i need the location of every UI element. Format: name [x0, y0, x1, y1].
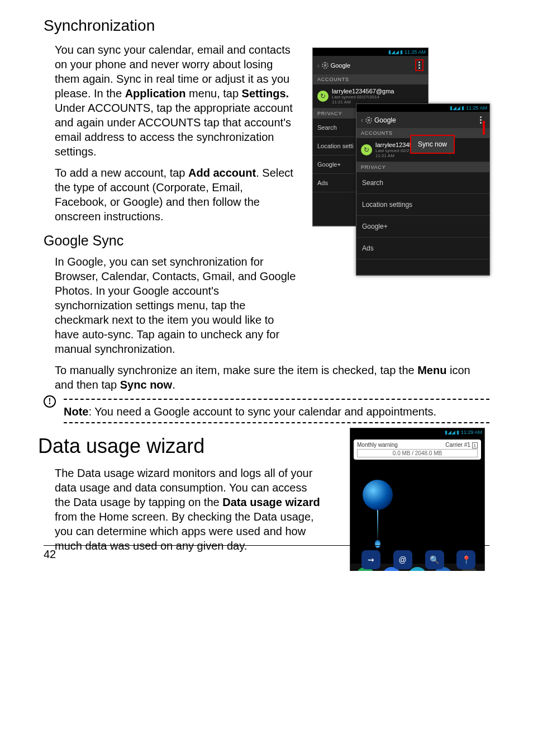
sphere-graphic [363, 480, 393, 510]
account-email: larrylee1234567@gma [332, 88, 394, 94]
back-icon[interactable]: ‹ [361, 116, 363, 124]
gear-icon [322, 62, 329, 69]
privacy-section-header: PRIVACY [356, 162, 489, 172]
overflow-menu-button[interactable] [415, 59, 423, 71]
note-block: ! Note: You need a Google account to syn… [44, 399, 489, 423]
sync-status-icon: ↻ [361, 144, 372, 155]
gsync-paragraph-1: In Google, you can set synchronization f… [55, 254, 298, 356]
status-bar: ▮◢◢ ▮ 11:25 AM [313, 48, 428, 56]
gsync-paragraph-2: To manually synchronize an item, make su… [55, 363, 489, 392]
phone-screenshot-2: ▮◢◢ ▮ 11:25 AM ‹ Google ACCOUNTS ↻ larry… [356, 103, 490, 276]
sync-paragraph-1: You can sync your calendar, email and co… [55, 42, 298, 159]
sync-now-menu-item[interactable]: Sync now [410, 135, 455, 154]
sync-status-icon: ↻ [317, 91, 329, 102]
sync-screenshots: ▮◢◢ ▮ 11:25 AM ‹ Google ACCOUNTS ↻ larry… [312, 48, 491, 310]
accounts-section-header: ACCOUNTS [313, 74, 428, 84]
list-item[interactable]: Google+ [356, 216, 489, 238]
back-icon[interactable]: ‹ [317, 62, 320, 69]
signal-icon: ▮◢◢ ▮ [450, 105, 465, 111]
status-bar: ▮◢◢ ▮ 11:29 AM [350, 428, 484, 436]
data-usage-widget[interactable]: Monthly warning Carrier #1 1 0.0 MB / 20… [354, 440, 481, 460]
gear-icon [365, 117, 372, 124]
synchronization-heading: Synchronization [44, 17, 489, 35]
signal-icon: ▮◢◢ ▮ [388, 49, 403, 55]
carrier-label: Carrier #1 [445, 442, 470, 448]
usage-value: 0.0 MB / 2048.0 MB [357, 449, 478, 457]
screen-title: Google [374, 116, 396, 124]
widget-title: Monthly warning [357, 442, 398, 448]
sync-paragraph-2: To add a new account, tap Add account. S… [55, 166, 298, 224]
page-number: 42 [44, 545, 489, 561]
list-item[interactable]: Ads [356, 238, 489, 259]
screen-title: Google [331, 62, 350, 69]
alert-icon: ! [44, 395, 56, 408]
list-item[interactable]: Search [356, 172, 489, 194]
list-item[interactable]: Location settings [356, 194, 489, 216]
signal-icon: ▮◢◢ ▮ [445, 429, 460, 435]
status-bar: ▮◢◢ ▮ 11:25 AM [356, 104, 489, 112]
sim-icon: 1 [472, 442, 478, 448]
data-usage-paragraph: The Data usage wizard monitors and logs … [55, 466, 323, 553]
